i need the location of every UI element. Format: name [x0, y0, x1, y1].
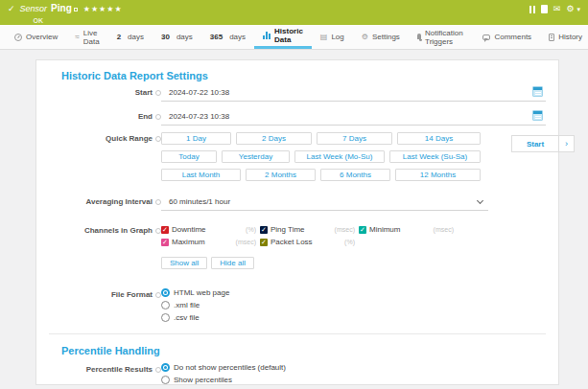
tab-overview[interactable]: Overview [6, 25, 66, 49]
file-format-label: File Format [111, 290, 153, 299]
status-ok-check-icon: ✓ [8, 4, 15, 13]
tab-bar: Overview ≈ Live Data 2 days 30 days 365 … [0, 25, 588, 50]
percentile-no-show-option[interactable]: Do not show percentiles (default) [161, 363, 546, 372]
tab-2-days[interactable]: 2 days [108, 25, 153, 49]
email-icon[interactable]: ✉ [553, 5, 561, 13]
show-all-button[interactable]: Show all [161, 257, 207, 269]
quick-range-6-months-button[interactable]: 6 Months [320, 169, 390, 181]
percentile-results-row: Percentile Results Do not show percentil… [36, 363, 546, 384]
history-icon [549, 34, 554, 41]
section-divider [49, 333, 546, 334]
tab-history[interactable]: History [540, 25, 588, 49]
channel-checkbox[interactable] [161, 239, 169, 246]
quick-range-today-button[interactable]: Today [161, 150, 217, 163]
file-format-row: File Format HTML web page .xml file .c [36, 288, 546, 322]
quick-range-label: Quick Range [106, 134, 153, 143]
quick-range-row: Quick Range 1 Day 2 Days 7 Days 14 Days … [36, 132, 546, 181]
radio-selected-icon[interactable] [161, 288, 170, 297]
averaging-interval-select[interactable]: 60 minutes/1 hour [161, 195, 488, 211]
tab-365-days[interactable]: 365 days [201, 25, 254, 49]
channel-minimum: Minimum (msec) [359, 225, 454, 234]
gear-icon: ⚙ [362, 34, 368, 41]
tab-live-data[interactable]: ≈ Live Data [66, 25, 107, 49]
quick-range-12-months-button[interactable]: 12 Months [395, 169, 481, 181]
channel-checkbox[interactable] [161, 226, 169, 234]
tab-notification-triggers[interactable]: Notification Triggers [409, 25, 475, 49]
percentile-results-label: Percentile Results [86, 365, 153, 374]
log-icon: ▤ [320, 34, 328, 41]
sensor-type-label: Sensor [20, 4, 48, 13]
quick-range-14-days-button[interactable]: 14 Days [397, 132, 481, 145]
tab-settings[interactable]: ⚙ Settings [353, 25, 409, 49]
start-label: Start [135, 88, 153, 97]
channels-in-graph-label: Channels in Graph [84, 226, 153, 235]
radio-selected-icon[interactable] [161, 363, 170, 372]
quick-range-yesterday-button[interactable]: Yesterday [222, 150, 290, 163]
radio-icon[interactable] [161, 376, 170, 384]
channel-downtime: Downtime (%) [161, 225, 256, 234]
averaging-interval-label: Averaging Interval [85, 197, 153, 206]
percentile-handling-title: Percentile Handling [61, 345, 546, 356]
channel-packet-loss: Packet Loss (%) [260, 238, 355, 246]
calendar-icon[interactable] [532, 110, 543, 121]
page-title: Historic Data Report Settings [61, 70, 546, 81]
averaging-interval-row: Averaging Interval 60 minutes/1 hour [36, 195, 546, 211]
file-format-xml-option[interactable]: .xml file [161, 301, 546, 309]
quick-range-last-week-su-sa-button[interactable]: Last Week (Su-Sa) [389, 150, 481, 163]
channel-checkbox[interactable] [359, 226, 366, 234]
quick-range-last-month-button[interactable]: Last Month [161, 169, 241, 181]
channel-ping-time: Ping Time (msec) [260, 225, 355, 234]
quick-range-1-day-button[interactable]: 1 Day [161, 132, 231, 145]
end-date-input[interactable]: 2024-07-23 10:38 [161, 110, 546, 126]
percentile-show-option[interactable]: Show percentiles [161, 376, 546, 384]
speech-bubble-icon [482, 34, 490, 40]
report-icon[interactable] [541, 5, 548, 13]
calendar-icon[interactable] [532, 86, 543, 97]
file-format-html-option[interactable]: HTML web page [161, 288, 546, 297]
pause-icon[interactable] [529, 6, 535, 13]
sensor-header: ✓ Sensor Ping ★★★★★ OK ✉ ⚙ ▾ [0, 0, 588, 25]
sensor-name: Ping [51, 3, 72, 13]
quick-range-2-months-button[interactable]: 2 Months [246, 169, 316, 181]
bar-chart-icon [263, 32, 270, 39]
end-row: End 2024-07-23 10:38 [36, 110, 546, 126]
bell-icon [417, 34, 421, 39]
start-report-button-group: Start › [511, 135, 575, 152]
start-button-chevron[interactable]: › [559, 135, 575, 152]
gauge-icon [14, 34, 22, 41]
tab-30-days[interactable]: 30 days [153, 25, 201, 49]
channel-checkbox[interactable] [260, 226, 268, 234]
file-format-csv-option[interactable]: .csv file [161, 313, 546, 322]
quick-range-2-days-button[interactable]: 2 Days [236, 132, 312, 145]
tab-comments[interactable]: Comments [474, 25, 540, 49]
prtg-sensor-page: ✓ Sensor Ping ★★★★★ OK ✉ ⚙ ▾ Overview ≈ … [0, 0, 588, 389]
radio-icon[interactable] [161, 313, 170, 322]
tab-historic-data[interactable]: Historic Data [254, 25, 312, 49]
start-button[interactable]: Start [511, 135, 559, 152]
tab-log[interactable]: ▤ Log [312, 25, 353, 49]
hide-all-button[interactable]: Hide all [211, 257, 254, 269]
settings-card: Historic Data Report Settings Start 2024… [35, 59, 559, 385]
end-label: End [138, 112, 153, 121]
caret-down-icon[interactable]: ▾ [576, 5, 580, 13]
live-data-icon: ≈ [75, 34, 79, 41]
sensor-flag-icon [74, 8, 78, 11]
chevron-down-icon [477, 197, 483, 204]
quick-range-last-week-mo-su-button[interactable]: Last Week (Mo-Su) [294, 150, 385, 163]
quick-range-7-days-button[interactable]: 7 Days [317, 132, 392, 145]
gear-icon[interactable]: ⚙ [566, 5, 574, 13]
sensor-title-block: Sensor Ping ★★★★★ OK [20, 3, 123, 24]
channels-row: Channels in Graph Downtime (%) Ping Time [36, 224, 546, 269]
radio-icon[interactable] [161, 301, 170, 309]
channel-checkbox[interactable] [260, 239, 268, 246]
sensor-status-text: OK [34, 17, 123, 24]
start-row: Start 2024-07-22 10:38 [36, 86, 546, 102]
channel-maximum: Maximum (msec) [161, 238, 256, 246]
start-date-input[interactable]: 2024-07-22 10:38 [161, 86, 546, 102]
priority-stars[interactable]: ★★★★★ [83, 5, 123, 13]
